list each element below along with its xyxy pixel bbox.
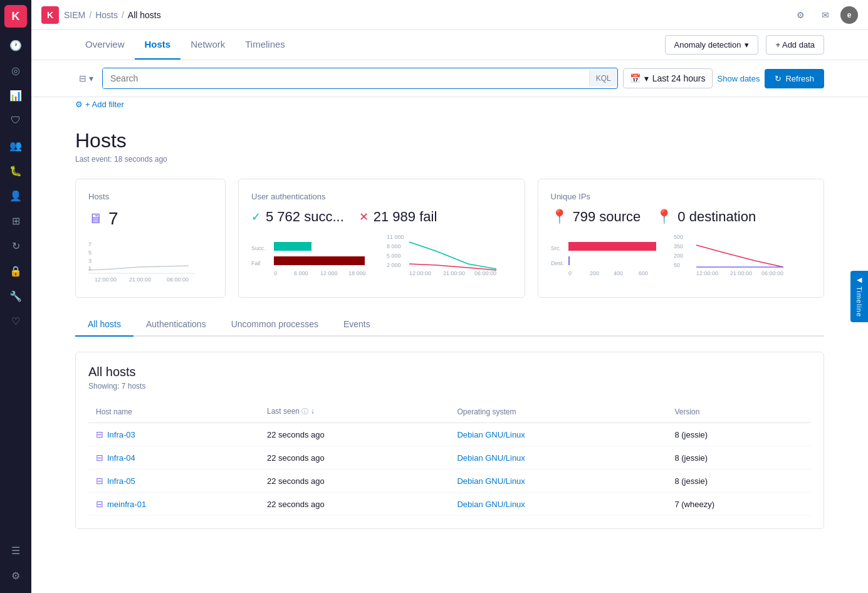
- cell-os: Debian GNU/Linux: [449, 423, 667, 446]
- sidebar-icon-chart[interactable]: 📊: [4, 84, 27, 107]
- filter-chevron-icon: ▾: [89, 73, 93, 83]
- unique-ips-card: Unique IPs 📍 799 source 📍 0 destination: [538, 179, 825, 298]
- cell-os: Debian GNU/Linux: [449, 493, 667, 516]
- sidebar-icon-clock[interactable]: 🕐: [4, 34, 27, 56]
- filter-bar: ⊟ ▾ KQL 📅 ▾ Last 24 hours Show dates ↻ R…: [31, 60, 868, 97]
- breadcrumb-siem[interactable]: SIEM: [64, 10, 85, 20]
- breadcrumb: SIEM / Hosts / All hosts: [64, 10, 161, 20]
- auth-success-item: ✓ 5 762 succ...: [251, 209, 344, 225]
- svg-rect-9: [274, 242, 311, 251]
- sidebar-icon-person[interactable]: 👤: [4, 184, 27, 207]
- svg-text:500: 500: [674, 234, 683, 240]
- svg-text:5 000: 5 000: [387, 253, 401, 259]
- breadcrumb-current: All hosts: [128, 10, 161, 20]
- svg-rect-11: [274, 256, 365, 265]
- svg-rect-26: [568, 256, 570, 265]
- tab-overview[interactable]: Overview: [75, 30, 135, 60]
- source-ip-item: 📍 799 source: [551, 209, 641, 225]
- filter-settings-icon: ⚙: [75, 100, 83, 109]
- sub-tab-uncommon-processes[interactable]: Uncommon processes: [219, 313, 331, 337]
- filter-icon-btn[interactable]: ⊟ ▾: [75, 71, 97, 86]
- host-icon: ⊟: [96, 429, 103, 439]
- auth-fail-count: 21 989 fail: [374, 209, 437, 225]
- all-hosts-card-title: All hosts: [88, 365, 811, 379]
- col-host-name[interactable]: Host name: [88, 401, 259, 423]
- svg-text:06:00:00: 06:00:00: [761, 270, 783, 276]
- refresh-label: Refresh: [785, 74, 814, 83]
- sidebar-icon-wrench[interactable]: 🔧: [4, 285, 27, 307]
- auth-fail-item: ✕ 21 989 fail: [359, 209, 437, 225]
- sidebar-icon-settings[interactable]: ⚙: [4, 564, 27, 587]
- hosts-chart: 7 5 3 1 12:00:00 21:00:00 06:00:00: [88, 239, 195, 283]
- sort-down-icon: ↓: [311, 407, 315, 416]
- table-header-row: Host name Last seen ⓘ ↓ Operating system…: [88, 401, 811, 423]
- svg-text:12:00:00: 12:00:00: [95, 276, 117, 283]
- sub-tab-authentications[interactable]: Authentications: [133, 313, 219, 337]
- time-picker[interactable]: 📅 ▾ Last 24 hours: [623, 68, 713, 88]
- tab-timelines[interactable]: Timelines: [235, 30, 295, 60]
- source-pin-icon: 📍: [551, 209, 568, 225]
- host-name-link[interactable]: ⊟ meinfra-01: [96, 499, 252, 509]
- user-auth-card: User authentications ✓ 5 762 succ... ✕ 2…: [238, 179, 525, 298]
- svg-text:400: 400: [614, 270, 623, 276]
- host-name-link[interactable]: ⊟ Infra-04: [96, 453, 252, 463]
- table-row: ⊟ meinfra-01 22 seconds ago Debian GNU/L…: [88, 493, 811, 516]
- settings-icon[interactable]: ⚙: [790, 5, 810, 25]
- sidebar: K 🕐 ◎ 📊 🛡 👥 🐛 👤 ⊞ ↻ 🔒 🔧 ♡ ☰ ⚙: [0, 0, 31, 593]
- tab-network[interactable]: Network: [180, 30, 235, 60]
- os-link[interactable]: Debian GNU/Linux: [457, 476, 525, 486]
- cell-last-seen: 22 seconds ago: [259, 493, 450, 516]
- app-logo[interactable]: K: [4, 5, 27, 28]
- host-name-link[interactable]: ⊟ Infra-03: [96, 429, 252, 439]
- search-input[interactable]: [103, 68, 589, 88]
- svg-text:200: 200: [674, 253, 683, 259]
- os-link[interactable]: Debian GNU/Linux: [457, 500, 525, 509]
- cell-version: 8 (jessie): [667, 446, 811, 470]
- sidebar-icon-compass[interactable]: ◎: [4, 59, 27, 81]
- refresh-button[interactable]: ↻ Refresh: [765, 69, 824, 88]
- host-icon: ⊟: [96, 499, 103, 509]
- os-link[interactable]: Debian GNU/Linux: [457, 453, 525, 463]
- sidebar-icon-lock[interactable]: 🔒: [4, 260, 27, 282]
- svg-text:1: 1: [88, 265, 92, 271]
- col-os[interactable]: Operating system: [449, 401, 667, 423]
- col-last-seen[interactable]: Last seen ⓘ ↓: [259, 401, 450, 423]
- sidebar-icon-bug[interactable]: 🐛: [4, 159, 27, 182]
- mail-icon[interactable]: ✉: [815, 5, 835, 25]
- svg-text:Dest.: Dest.: [551, 260, 564, 266]
- sidebar-icon-heart[interactable]: ♡: [4, 310, 27, 332]
- user-avatar[interactable]: e: [840, 6, 858, 24]
- sidebar-icon-menu[interactable]: ☰: [4, 539, 27, 562]
- kql-badge[interactable]: KQL: [589, 70, 617, 87]
- sidebar-icon-refresh[interactable]: ↻: [4, 234, 27, 257]
- ips-bar-chart: Src. Dest. 0 200 400 600: [551, 233, 664, 278]
- show-dates-button[interactable]: Show dates: [718, 74, 760, 83]
- table-row: ⊟ Infra-04 22 seconds ago Debian GNU/Lin…: [88, 446, 811, 470]
- sidebar-icon-people[interactable]: 👥: [4, 134, 27, 157]
- add-data-button[interactable]: + Add data: [766, 35, 824, 55]
- host-name-link[interactable]: ⊟ Infra-05: [96, 476, 252, 486]
- sub-tab-all-hosts[interactable]: All hosts: [75, 313, 133, 337]
- svg-rect-24: [568, 242, 656, 251]
- table-row: ⊟ Infra-05 22 seconds ago Debian GNU/Lin…: [88, 470, 811, 493]
- sidebar-icon-shield[interactable]: 🛡: [4, 109, 27, 132]
- svg-text:8 000: 8 000: [387, 243, 401, 249]
- breadcrumb-hosts[interactable]: Hosts: [95, 10, 118, 20]
- nav-actions: Anomaly detection ▾ + Add data: [665, 35, 824, 55]
- add-filter-button[interactable]: ⚙ + Add filter: [75, 100, 124, 109]
- dest-pin-icon: 📍: [656, 209, 672, 225]
- timeline-panel[interactable]: ◀ Timeline: [850, 271, 868, 322]
- sidebar-icon-layers[interactable]: ⊞: [4, 209, 27, 232]
- success-check-icon: ✓: [251, 210, 261, 224]
- tab-hosts[interactable]: Hosts: [135, 30, 181, 60]
- ips-line-chart: 500 350 200 50 12:00:00 21:00:00 06:00:0…: [674, 233, 812, 278]
- svg-text:06:00:00: 06:00:00: [474, 270, 496, 276]
- source-count: 799 source: [573, 209, 641, 225]
- sub-tab-events[interactable]: Events: [331, 313, 383, 337]
- auth-success-count: 5 762 succ...: [266, 209, 344, 225]
- svg-text:0: 0: [274, 270, 277, 276]
- os-link[interactable]: Debian GNU/Linux: [457, 430, 525, 439]
- cell-last-seen: 22 seconds ago: [259, 470, 450, 493]
- col-version[interactable]: Version: [667, 401, 811, 423]
- anomaly-detection-button[interactable]: Anomaly detection ▾: [665, 35, 759, 55]
